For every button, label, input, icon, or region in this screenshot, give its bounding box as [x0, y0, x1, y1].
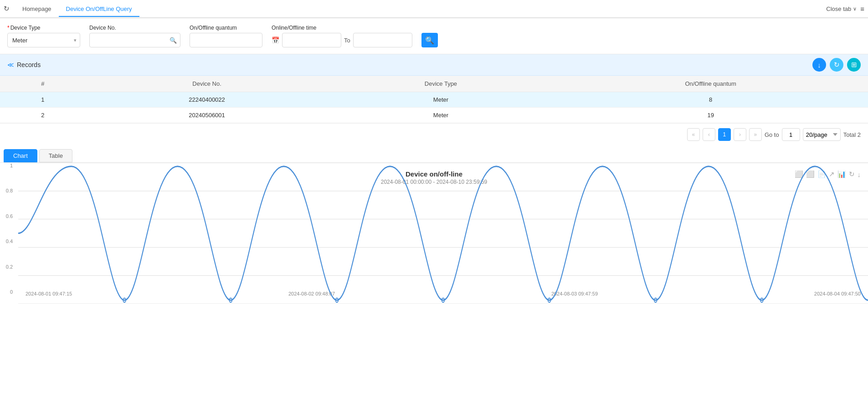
search-inner-icon: 🔍: [169, 37, 177, 44]
view-tabs: Chart Table: [0, 145, 868, 163]
per-page-select[interactable]: 20/page 50/page 100/page: [803, 128, 841, 141]
col-quantum: On/Offline quantum: [553, 76, 868, 92]
time-range-inputs: 📅 2024-08-01 To 2024-08-10: [272, 33, 412, 47]
pagination: « ‹ 1 › » Go to 1 20/page 50/page 100/pa…: [0, 123, 868, 145]
cell-device-type: Meter: [329, 108, 554, 123]
to-label: To: [344, 37, 350, 44]
col-device-no: Device No.: [86, 76, 329, 92]
col-index: #: [0, 76, 86, 92]
y-axis-labels: 1 0.8 0.6 0.4 0.2 0: [0, 163, 15, 295]
calendar-icon: 📅: [272, 36, 279, 44]
chevron-down-icon: ∨: [853, 6, 857, 12]
total-label: Total 2: [843, 131, 861, 138]
device-no-input[interactable]: [89, 33, 180, 47]
time-from-input[interactable]: 2024-08-01: [282, 33, 341, 47]
records-section: ≪ Records ↓ ↻ ⊞ # Device No. Device Type…: [0, 54, 868, 123]
time-to-input[interactable]: 2024-08-10: [353, 33, 412, 47]
tab-chart[interactable]: Chart: [4, 149, 37, 162]
last-page-button[interactable]: »: [749, 128, 762, 141]
cell-index: 1: [0, 92, 86, 108]
filter-bar: *Device Type Meter Gateway Sensor ▾ Devi…: [0, 18, 868, 54]
tab-table[interactable]: Table: [39, 149, 72, 162]
records-icon: ≪: [7, 61, 14, 68]
device-no-input-wrap: 🔍: [89, 33, 180, 47]
search-icon: 🔍: [425, 36, 434, 45]
chart-area: ⬜ ⬜ 📄 ↗ 📊 ↻ ↓ Device on/off-line 2024-08…: [0, 163, 868, 304]
hamburger-icon[interactable]: ≡: [860, 5, 864, 13]
device-no-label: Device No.: [89, 25, 180, 31]
first-page-button[interactable]: «: [687, 128, 700, 141]
cell-quantum: 19: [553, 108, 868, 123]
close-tab-button[interactable]: Close tab ∨: [826, 5, 857, 12]
device-no-filter: Device No. 🔍: [89, 25, 180, 47]
quantum-input[interactable]: [190, 33, 262, 47]
device-type-label: *Device Type: [7, 25, 80, 31]
cell-quantum: 8: [553, 92, 868, 108]
next-page-button[interactable]: ›: [734, 128, 746, 141]
goto-label: Go to: [765, 131, 779, 138]
records-title: ≪ Records: [7, 61, 41, 68]
cell-device-type: Meter: [329, 92, 554, 108]
chart-svg: [18, 163, 868, 304]
records-actions: ↓ ↻ ⊞: [812, 58, 861, 72]
refresh-icon[interactable]: ↻: [4, 5, 10, 13]
refresh-icon: ↻: [834, 61, 840, 69]
cell-device-no: 20240506001: [86, 108, 329, 123]
cell-index: 2: [0, 108, 86, 123]
grid-icon: ⊞: [851, 61, 857, 69]
grid-button[interactable]: ⊞: [847, 58, 861, 72]
quantum-label: On/Offline quantum: [190, 25, 262, 31]
download-button[interactable]: ↓: [812, 58, 826, 72]
download-icon: ↓: [817, 61, 821, 69]
records-header: ≪ Records ↓ ↻ ⊞: [0, 54, 868, 76]
col-device-type: Device Type: [329, 76, 554, 92]
cell-device-no: 22240400022: [86, 92, 329, 108]
table-row[interactable]: 1 22240400022 Meter 8: [0, 92, 868, 108]
chart-inner: [18, 163, 868, 304]
tab-homepage[interactable]: Homepage: [15, 2, 59, 16]
table-row[interactable]: 2 20240506001 Meter 19: [0, 108, 868, 123]
search-button[interactable]: 🔍: [421, 33, 438, 47]
tab-device-offline-query[interactable]: Device On/OffLine Query: [59, 2, 139, 17]
device-type-select-wrap: Meter Gateway Sensor ▾: [7, 33, 80, 47]
tab-bar: ↻ Homepage Device On/OffLine Query Close…: [0, 0, 868, 18]
time-range-label: Online/Offline time: [272, 25, 412, 31]
quantum-filter: On/Offline quantum: [190, 25, 262, 47]
goto-input[interactable]: 1: [782, 128, 800, 141]
records-refresh-button[interactable]: ↻: [830, 58, 843, 72]
prev-page-button[interactable]: ‹: [703, 128, 715, 141]
records-table: # Device No. Device Type On/Offline quan…: [0, 76, 868, 123]
page-1-button[interactable]: 1: [718, 128, 731, 141]
time-range-filter: Online/Offline time 📅 2024-08-01 To 2024…: [272, 25, 412, 47]
device-type-select[interactable]: Meter Gateway Sensor: [7, 33, 80, 47]
device-type-filter: *Device Type Meter Gateway Sensor ▾: [7, 25, 80, 47]
